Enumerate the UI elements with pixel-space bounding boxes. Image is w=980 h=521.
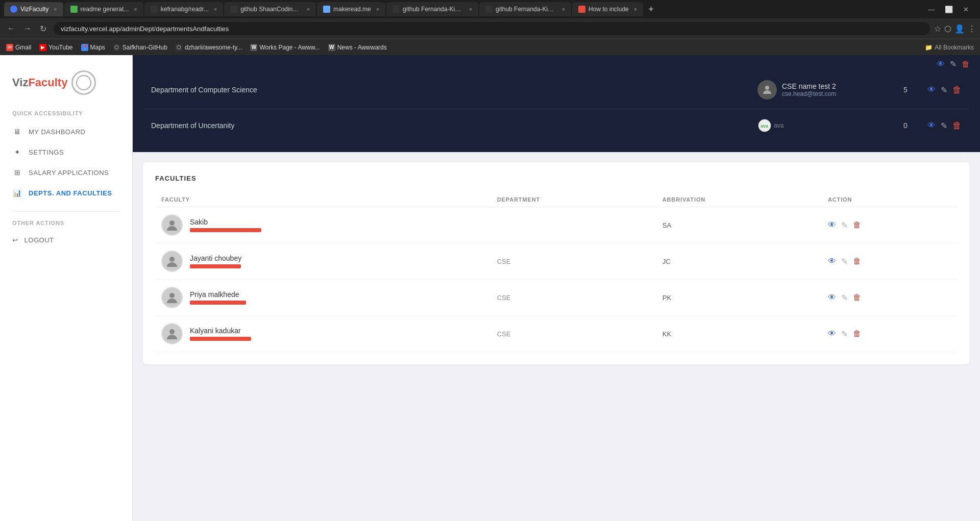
tab-close[interactable]: × [54,6,57,12]
tab-readme[interactable]: readme generat... × [64,2,143,16]
priya-view-button[interactable]: 👁 [828,293,836,302]
tab-fernanda1[interactable]: github Fernanda-Kippe... × [386,2,478,16]
dept-top-edit-button[interactable]: ✎ [950,59,957,69]
forward-button[interactable]: → [20,22,35,36]
tab-close[interactable]: × [376,6,379,12]
close-button[interactable]: ✕ [960,4,972,15]
faculty-name-sakib: Sakib [190,218,261,226]
bookmark-maps[interactable]: 📍 Maps [81,44,105,51]
user-icon [165,327,179,340]
tab-shaancoding[interactable]: github ShaanCoding/m... × [224,2,316,16]
settings-icon: ✦ [12,147,22,157]
sakib-view-button[interactable]: 👁 [828,220,836,230]
minimize-button[interactable]: — [925,4,938,15]
bookmark-youtube[interactable]: ▶ YouTube [39,44,72,51]
all-bookmarks-button[interactable]: 📁 All Bookmarks [925,44,974,51]
ava-text: ava [774,122,783,129]
depts-icon: 📊 [12,188,22,198]
tab-label: kefranabg/readr... [161,6,209,13]
faculty-dept-kalyani: CSE [491,316,656,352]
bookmark-dzharii[interactable]: ⬡ dzharii/awesome-ty... [176,44,242,51]
tab-label: readme generat... [81,6,129,13]
tab-fernanda2[interactable]: github Fernanda-Kipp... × [479,2,571,16]
dept-head-area-uncertainty: ava ava [757,118,890,133]
dept-top-view-button[interactable]: 👁 [937,59,945,69]
address-bar[interactable] [54,22,930,35]
svg-point-3 [169,220,175,226]
logo-ring [71,70,96,95]
uncertainty-delete-button[interactable]: 🗑 [952,120,962,131]
tab-label: VizFaculty [20,6,48,13]
tab-label: github Fernanda-Kipp... [496,6,557,13]
logo: VizFaculty [12,70,96,95]
faculty-details-kalyani: Kalyani kadukar [190,327,251,341]
tab-close[interactable]: × [134,6,137,12]
sidebar-item-salary[interactable]: ⊞ SALARY APPLICATIONS [0,162,132,183]
uncertainty-view-button[interactable]: 👁 [927,121,936,130]
sakib-edit-button[interactable]: ✎ [841,220,848,230]
kalyani-edit-button[interactable]: ✎ [841,329,848,339]
col-faculty: FACULTY [155,192,491,207]
sidebar-item-settings[interactable]: ✦ SETTINGS [0,142,132,162]
star-button[interactable]: ☆ [934,24,941,34]
tab-kefranabg[interactable]: kefranabg/readr... × [144,2,224,16]
nav-bar: ← → ↻ ☆ ⬡ 👤 ⋮ [0,18,980,39]
tab-vizfaculty[interactable]: VizFaculty × [4,2,63,16]
all-bookmarks-label: All Bookmarks [935,44,974,51]
dept-top-delete-button[interactable]: 🗑 [962,59,970,69]
profile-button[interactable]: 👤 [954,24,965,34]
tab-close[interactable]: × [469,6,472,12]
back-button[interactable]: ← [4,22,18,36]
dashboard-icon: 🖥 [12,127,22,137]
user-icon [165,218,179,232]
cse-view-button[interactable]: 👁 [927,85,936,94]
faculty-email-bar-priya [190,301,246,305]
dept-actions-uncertainty: 👁 ✎ 🗑 [921,120,962,131]
maps-icon: 📍 [81,44,88,51]
bookmark-gmail[interactable]: ✉ Gmail [6,44,31,51]
col-abbrivation: ABBRIVATION [656,192,822,207]
tab-makeread[interactable]: makeread.me × [317,2,385,16]
faculty-actions-kalyani: 👁 ✎ 🗑 [822,316,958,352]
dept-name-cse: Department of Computer Science [151,86,757,94]
tab-close[interactable]: × [634,6,637,12]
col-department: DEPARTMENT [491,192,656,207]
sidebar-item-dashboard[interactable]: 🖥 MY DASHBOARD [0,121,132,142]
sidebar-item-logout[interactable]: ↩ LOGOUT [0,231,132,249]
tab-close[interactable]: × [214,6,217,12]
extensions-button[interactable]: ⬡ [944,24,951,34]
kalyani-view-button[interactable]: 👁 [828,329,836,338]
uncertainty-edit-button[interactable]: ✎ [941,121,947,131]
cse-edit-button[interactable]: ✎ [941,85,947,95]
bookmark-works[interactable]: W Works Page - Awww... [250,44,320,51]
dept-name-uncertainty: Department of Uncertanity [151,121,757,130]
tab-close[interactable]: × [562,6,565,12]
faculty-details-jayanti: Jayanti choubey [190,254,241,268]
kalyani-delete-button[interactable]: 🗑 [853,329,861,338]
sidebar-item-dashboard-label: MY DASHBOARD [29,128,85,136]
faculty-header-row: FACULTY DEPARTMENT ABBRIVATION ACTION [155,192,958,207]
tab-howtoinc[interactable]: How to include × [572,2,643,16]
jayanti-delete-button[interactable]: 🗑 [853,257,861,266]
new-tab-button[interactable]: + [644,4,658,15]
jayanti-view-button[interactable]: 👁 [828,257,836,266]
row-actions-sakib: 👁 ✎ 🗑 [828,220,951,230]
cse-delete-button[interactable]: 🗑 [952,85,962,95]
priya-edit-button[interactable]: ✎ [841,293,848,303]
other-actions-label: OTHER ACTIONS [0,220,132,231]
tab-close[interactable]: × [307,6,310,12]
maximize-button[interactable]: ⬜ [942,4,956,15]
reload-button[interactable]: ↻ [37,22,50,36]
bookmark-news[interactable]: W News - Awwwards [328,44,387,51]
svg-text:ava: ava [761,123,769,129]
dept-row-uncertainty: Department of Uncertanity ava ava 0 👁 ✎ [143,109,970,142]
jayanti-edit-button[interactable]: ✎ [841,257,848,266]
faculty-details-sakib: Sakib [190,218,261,232]
sakib-delete-button[interactable]: 🗑 [853,220,861,230]
sidebar-item-depts[interactable]: 📊 DEPTS. AND FACULTIES [0,183,132,203]
dept-row-cse: Department of Computer Science CSE name … [143,71,970,109]
bookmark-saifkhan[interactable]: ⬡ Saifkhan-GitHub [113,44,167,51]
faculty-info-kalyani: Kalyani kadukar [161,323,485,344]
menu-button[interactable]: ⋮ [968,24,976,34]
priya-delete-button[interactable]: 🗑 [853,293,861,302]
